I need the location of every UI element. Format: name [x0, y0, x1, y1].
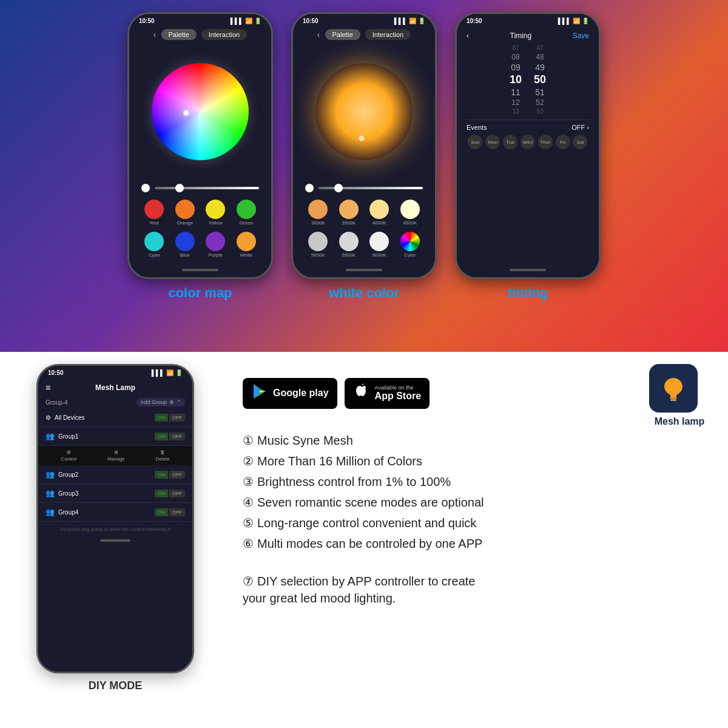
swatch-color-multi[interactable]: Color: [400, 232, 420, 258]
slider-min-icon-2: [305, 184, 314, 192]
day-wed[interactable]: Wed: [521, 135, 535, 149]
white-orb[interactable]: [315, 63, 413, 160]
delete-item[interactable]: 🗑 Delete: [156, 450, 170, 462]
group1-name: 👥 Group1: [46, 432, 78, 440]
group2-toggle-off[interactable]: OFF: [169, 471, 185, 479]
swatch-4000k[interactable]: 4000K: [369, 200, 389, 226]
swatch-5500k[interactable]: 5500K: [339, 232, 359, 258]
group1-toggle-on[interactable]: ON: [155, 433, 168, 440]
group4-toggle[interactable]: ON OFF: [155, 508, 185, 516]
interaction-tab-1[interactable]: Interaction: [201, 29, 247, 40]
swatch-orange[interactable]: Orange: [175, 200, 195, 226]
diy-mode-label: DIY MODE: [89, 679, 143, 692]
swatches-row-1: Red Orange Yellow Green: [129, 196, 271, 228]
day-fri[interactable]: Fri: [556, 135, 570, 149]
group4-toggle-on[interactable]: ON: [155, 508, 168, 516]
feature-2: ②More Than 16 Million of Colors: [243, 453, 710, 470]
day-mon[interactable]: Mon: [485, 135, 500, 149]
status-icons-2: ▌▌▌ 📶 🔋: [394, 18, 425, 24]
timing-save[interactable]: Save: [573, 32, 589, 40]
phone-white-color: 10:50 ▌▌▌ 📶 🔋 ‹ Palette Interaction: [291, 12, 437, 301]
manage-item[interactable]: ⊞ Manage: [107, 450, 125, 462]
feature-4: ④Seven romantic scene modes are optional: [243, 494, 710, 511]
swatch-4500k[interactable]: 4500K: [400, 200, 420, 226]
feature-6: ⑥Multi modes can be controled by one APP: [243, 535, 710, 552]
swatch-label-white: White: [240, 252, 252, 258]
swatch-color-5000k: [308, 232, 328, 251]
group3-toggle-on[interactable]: ON: [155, 490, 168, 497]
group4-toggle-off[interactable]: OFF: [169, 508, 185, 516]
white-color-label: white color: [329, 285, 399, 301]
group2-toggle[interactable]: ON OFF: [155, 471, 185, 479]
add-group-button[interactable]: Add Group ⊕ ⌃: [136, 398, 185, 406]
apple-icon: [353, 383, 370, 404]
chevron-right-icon: ›: [587, 124, 589, 131]
delete-label: Delete: [156, 456, 170, 462]
group1-toggle[interactable]: ON OFF: [155, 433, 185, 440]
swatch-3000k[interactable]: 3000K: [308, 200, 328, 226]
color-wheel[interactable]: [152, 63, 249, 160]
swatch-cyan[interactable]: Cyan: [144, 232, 164, 258]
swatch-color-3500k: [339, 200, 359, 219]
hour-09: 09: [511, 62, 521, 72]
swatch-color-purple: [206, 232, 225, 251]
slider-track-2[interactable]: [318, 187, 423, 189]
swatch-color-yellow: [206, 200, 225, 219]
swatch-white[interactable]: White: [237, 232, 256, 258]
timing-back[interactable]: ‹: [467, 32, 469, 40]
group3-toggle[interactable]: ON OFF: [155, 490, 185, 497]
status-bar-1: 10:50 ▌▌▌ 📶 🔋: [129, 14, 271, 27]
group3-toggle-off[interactable]: OFF: [169, 490, 185, 497]
chevron-up-icon: ⌃: [177, 399, 181, 405]
toggle-on[interactable]: ON: [155, 414, 168, 422]
back-btn-1[interactable]: ‹: [153, 30, 157, 39]
status-bar-3: 10:50 ▌▌▌ 📶 🔋: [457, 14, 599, 27]
min-50: 50: [534, 73, 546, 86]
diy-phone-frame: 10:50 ▌▌▌ 📶 🔋 ≡ Mesh Lamp Group-4 Add Gr…: [36, 364, 194, 673]
k-swatches-row-2: 5000K 5500K 6000K Color: [293, 228, 435, 260]
swatch-purple[interactable]: Purple: [206, 232, 225, 258]
interaction-tab-2[interactable]: Interaction: [365, 29, 411, 40]
toggle-off[interactable]: OFF: [169, 414, 185, 422]
swatch-green[interactable]: Green: [237, 200, 256, 226]
swatch-label-4000k: 4000K: [372, 220, 386, 226]
right-panel: Google play Available on the App Store: [231, 352, 728, 728]
day-thur[interactable]: Thur: [538, 135, 553, 149]
swatch-blue[interactable]: Blue: [175, 232, 195, 258]
app-store-button[interactable]: Available on the App Store: [345, 378, 430, 409]
diy-time: 10:50: [48, 369, 64, 376]
swatch-color-6000k: [369, 232, 389, 251]
hour-10: 10: [510, 73, 522, 86]
slider-track-1[interactable]: [155, 187, 259, 189]
all-devices-toggle[interactable]: ON OFF: [155, 414, 185, 422]
day-sat[interactable]: Sat: [573, 135, 587, 149]
swatch-6000k[interactable]: 6000K: [369, 232, 389, 258]
diy-screen: 10:50 ▌▌▌ 📶 🔋 ≡ Mesh Lamp Group-4 Add Gr…: [38, 366, 192, 672]
timing-header: ‹ Timing Save: [467, 32, 589, 40]
control-item[interactable]: ⊞ Control: [61, 450, 76, 462]
settings-small-icon: ⚙: [46, 414, 51, 421]
google-play-button[interactable]: Google play: [243, 378, 337, 409]
signal-icon: ▌▌▌: [231, 18, 243, 24]
time-1: 10:50: [139, 18, 155, 24]
swatch-5000k[interactable]: 5000K: [308, 232, 328, 258]
group3-label: Group3: [58, 490, 78, 497]
swatch-red[interactable]: Red: [144, 200, 164, 226]
palette-tab-2[interactable]: Palette: [325, 29, 360, 40]
feature-text-6: Multi modes can be controled by one APP: [257, 537, 482, 550]
day-sun[interactable]: Sun: [468, 135, 482, 149]
signal-icon-3: ▌▌▌: [558, 18, 571, 24]
back-btn-2[interactable]: ‹: [317, 30, 320, 39]
swatch-label-6000k: 6000K: [372, 252, 386, 258]
group1-toggle-off[interactable]: OFF: [169, 433, 185, 440]
palette-tab-1[interactable]: Palette: [161, 29, 197, 40]
day-tue[interactable]: Tue: [503, 135, 517, 149]
swatch-yellow[interactable]: Yellow: [206, 200, 225, 226]
group2-name: 👥 Group2: [46, 470, 78, 479]
group2-icon: 👥: [46, 470, 55, 479]
swatch-color-green: [237, 200, 256, 219]
hour-08: 08: [511, 53, 519, 61]
group2-toggle-on[interactable]: ON: [155, 471, 168, 479]
swatch-3500k[interactable]: 3500K: [339, 200, 359, 226]
settings-icon[interactable]: ≡: [46, 383, 50, 393]
